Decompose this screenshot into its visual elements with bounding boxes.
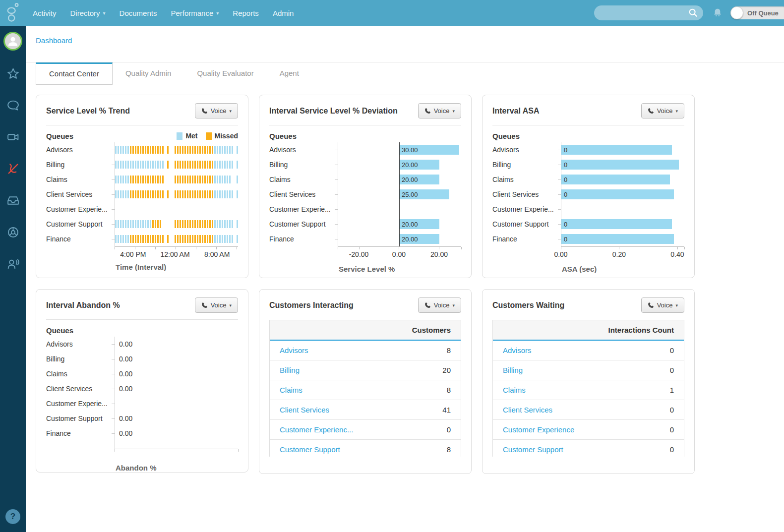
main-nav: ActivityDirectory▾DocumentsPerformance▾R… — [26, 0, 301, 26]
queue-label: Client Services — [269, 190, 338, 198]
queue-label: Advisors — [269, 146, 338, 154]
search-icon[interactable] — [688, 8, 698, 18]
notifications-bell-icon[interactable] — [712, 7, 723, 18]
interval-tick — [160, 146, 161, 154]
voice-filter-button[interactable]: Voice ▾ — [418, 103, 461, 118]
voice-filter-button[interactable]: Voice ▾ — [195, 297, 238, 313]
nav-item-documents[interactable]: Documents — [113, 0, 164, 26]
voice-filter-label: Voice — [657, 107, 673, 115]
agent-voice-icon[interactable] — [0, 248, 26, 280]
voice-filter-button[interactable]: Voice ▾ — [195, 103, 238, 118]
x-axis-label: 0.40 — [670, 250, 684, 258]
zero-line — [399, 172, 400, 187]
card-customers-waiting: Customers Waiting Voice ▾ Interactions C… — [482, 289, 695, 474]
queue-link[interactable]: Client Services — [503, 406, 552, 414]
interval-tick — [155, 146, 156, 154]
card-header: Service Level % Trend Voice ▾ — [46, 103, 238, 118]
interval-tick — [202, 190, 203, 198]
interval-tick — [184, 146, 186, 154]
nav-item-reports[interactable]: Reports — [226, 0, 266, 26]
bar-value-label: 0 — [564, 221, 567, 228]
queues-label: Queues — [46, 132, 73, 140]
bar: 30.00 — [399, 145, 459, 155]
hbar-chart: Advisors30.00Billing20.00Claims20.00Clie… — [269, 142, 461, 273]
interval-tick — [150, 235, 151, 243]
user-avatar[interactable] — [3, 32, 22, 51]
queue-link[interactable]: Advisors — [280, 346, 308, 355]
search-input[interactable] — [599, 9, 688, 17]
bar: 0 — [561, 219, 672, 229]
favorites-star-icon[interactable] — [0, 58, 26, 89]
queue-label: Billing — [269, 161, 338, 169]
tab-quality-admin[interactable]: Quality Admin — [113, 62, 184, 85]
interval-gap — [172, 190, 174, 198]
nav-item-activity[interactable]: Activity — [26, 0, 63, 26]
nav-item-performance[interactable]: Performance▾ — [164, 0, 226, 26]
queue-status-toggle[interactable]: Off Queue — [730, 6, 784, 19]
nav-item-directory[interactable]: Directory▾ — [63, 0, 113, 26]
interval-tick — [212, 235, 213, 243]
queue-link[interactable]: Customer Support — [280, 445, 340, 454]
queue-link[interactable]: Billing — [503, 366, 523, 374]
queue-link[interactable]: Advisors — [503, 346, 532, 355]
chart-row: Billing — [46, 157, 238, 172]
interval-tick — [197, 161, 198, 169]
help-button[interactable]: ? — [5, 509, 20, 524]
chat-icon[interactable] — [0, 89, 26, 121]
queue-link[interactable]: Client Services — [280, 406, 329, 414]
queue-link[interactable]: Billing — [280, 366, 300, 374]
main-content: Dashboard Contact CenterQuality AdminQua… — [26, 26, 784, 532]
queue-link[interactable]: Claims — [503, 386, 526, 394]
chart-row: Client Services25.00 — [269, 187, 461, 202]
interval-gap — [167, 220, 169, 228]
interval-tick — [135, 235, 136, 243]
interval-tick — [132, 146, 134, 154]
tick-chart: AdvisorsBillingClaimsClient ServicesCust… — [46, 142, 238, 271]
queue-link[interactable]: Customer Experienc... — [280, 425, 353, 434]
dashboard-wheel-icon[interactable] — [0, 216, 26, 248]
phone-icon — [648, 108, 654, 114]
bar-plot: 30.00 — [338, 142, 461, 157]
interval-tick — [219, 220, 221, 228]
tab-agent[interactable]: Agent — [267, 62, 312, 85]
interval-gap — [165, 146, 166, 154]
interval-tick — [184, 176, 186, 183]
queue-table-host: CustomersAdvisors8Billing20Claims8Client… — [269, 320, 461, 457]
video-call-icon[interactable] — [0, 121, 26, 153]
tab-quality-evaluator[interactable]: Quality Evaluator — [184, 62, 266, 85]
queue-label: Customer Experie... — [46, 205, 115, 213]
interval-tick — [175, 235, 176, 243]
end-call-icon[interactable] — [0, 153, 26, 184]
app-logo-icon[interactable] — [0, 2, 26, 23]
search-box[interactable] — [594, 5, 703, 20]
queue-link[interactable]: Customer Support — [503, 445, 563, 454]
voice-filter-button[interactable]: Voice ▾ — [418, 297, 461, 313]
interval-gap — [234, 176, 236, 183]
bar-plot: 25.00 — [338, 187, 461, 202]
queue-link[interactable]: Customer Experience — [503, 425, 574, 434]
interval-gap — [165, 190, 166, 198]
interval-tick — [150, 146, 151, 154]
x-axis-tick — [238, 449, 239, 452]
breadcrumb[interactable]: Dashboard — [36, 36, 72, 45]
interval-tick — [227, 176, 228, 183]
voice-filter-button[interactable]: Voice ▾ — [641, 103, 684, 118]
interval-gap — [165, 176, 166, 183]
value-plot: 0.00 — [115, 337, 238, 352]
chart-row: Customer Experie... — [46, 396, 238, 411]
inbox-icon[interactable] — [0, 184, 26, 216]
interval-tick — [187, 190, 188, 198]
bar-plot: 0 — [561, 172, 684, 187]
interval-tick — [150, 220, 151, 228]
tab-contact-center[interactable]: Contact Center — [36, 62, 113, 85]
toggle-knob[interactable] — [730, 6, 743, 19]
nav-item-admin[interactable]: Admin — [266, 0, 301, 26]
queue-value: 1 — [670, 386, 674, 394]
table-row: Customer Support0 — [493, 440, 684, 457]
bar-value-label: 0 — [564, 176, 567, 183]
x-axis-tick — [677, 247, 678, 249]
bar: 20.00 — [399, 234, 439, 244]
queue-link[interactable]: Claims — [280, 386, 302, 394]
chart-row: Client Services — [46, 187, 238, 202]
voice-filter-button[interactable]: Voice ▾ — [641, 297, 684, 313]
